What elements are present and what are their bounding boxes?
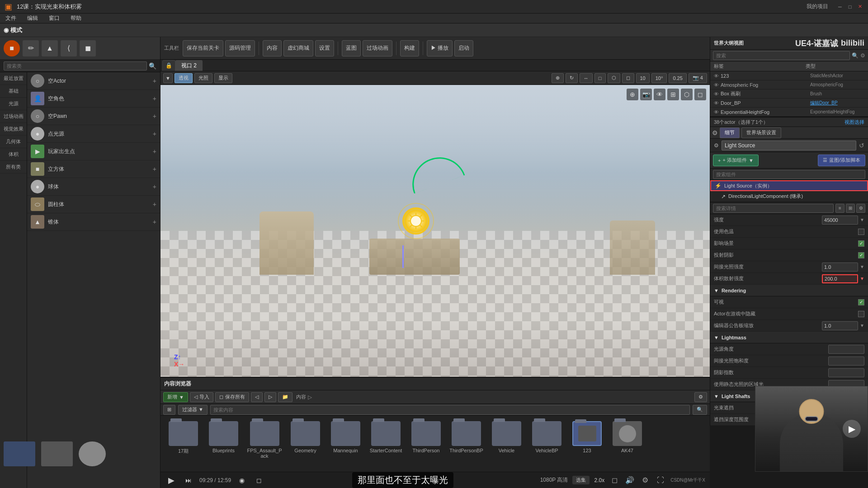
wo-item-box[interactable]: 👁 Box 画刷 Brush <box>710 89 868 99</box>
actor-reset-icon[interactable]: ↺ <box>859 142 864 149</box>
wo-item-123[interactable]: 👁 123 StaticMeshActor <box>710 71 868 80</box>
prop-editor-billboard-input[interactable] <box>822 321 858 330</box>
play-pause-button[interactable]: ▶ <box>165 474 178 487</box>
light2-icon[interactable]: ◻ <box>694 89 706 100</box>
scale-snap[interactable]: 0.25 <box>669 73 686 83</box>
cat-cinematic[interactable]: 过场动画 <box>0 110 27 123</box>
cb-location-icon[interactable]: 📁 <box>278 392 292 402</box>
translate-icon[interactable]: ⊕ <box>627 89 638 100</box>
folder-vehicle[interactable]: Vehicle <box>487 419 526 468</box>
play-button[interactable]: ▶ 播放 <box>427 40 453 56</box>
cinematics-button[interactable]: 过场动画 <box>363 40 392 56</box>
folder-ak47[interactable]: AK47 <box>608 419 646 468</box>
viewport-tab-2[interactable]: 视口 2 <box>175 60 203 71</box>
left-item-cone[interactable]: ▲ 锥体 + <box>27 213 160 231</box>
prop-actor-hidden-checkbox[interactable] <box>858 311 864 317</box>
comp-search-input[interactable] <box>713 170 865 179</box>
toolbar-icon-mesh[interactable]: ◼ <box>80 40 96 56</box>
folder-thirdperson[interactable]: ThirdPerson <box>407 419 445 468</box>
toolbar-icon-paint[interactable]: ✏ <box>23 40 39 56</box>
cat-geometry[interactable]: 几何体 <box>0 136 27 148</box>
settings-icon[interactable]: ⚙ <box>640 475 651 486</box>
prop-cast-shadow-checkbox[interactable]: ✓ <box>858 252 864 258</box>
folder-starter[interactable]: StarterContent <box>367 419 405 468</box>
add-component-button[interactable]: + + 添加组件 ▼ <box>713 155 759 166</box>
cb-save-button[interactable]: ◻ 保存所有 <box>215 392 249 402</box>
cb-settings-icon[interactable]: ⚙ <box>694 392 707 402</box>
actor-name-input[interactable] <box>722 141 856 150</box>
view-selection-link[interactable]: 视图选择 <box>844 119 864 126</box>
close-button[interactable]: ✕ <box>856 3 863 10</box>
lightmass-section-header[interactable]: ▼ Lightmass <box>710 332 868 343</box>
sphere-add[interactable]: + <box>153 183 156 190</box>
cb-filter-button[interactable]: 过滤器 ▼ <box>178 405 208 415</box>
content-button[interactable]: 内容 <box>263 40 282 56</box>
tab-world-settings[interactable]: 世界场景设置 <box>741 127 781 138</box>
left-item-sphere[interactable]: ● 球体 + <box>27 178 160 196</box>
cat-basic[interactable]: 基础 <box>0 85 27 98</box>
viewport-3d[interactable]: ⊕ 📷 👁 ⊞ ⬡ ◻ Z↑ X→ <box>160 85 710 377</box>
wo-item-doorbp[interactable]: 👁 Door_BP 编辑Door_BP <box>710 99 868 108</box>
settings-button[interactable]: 设置 <box>315 40 334 56</box>
folder-mannequin[interactable]: Mannequin <box>326 419 365 468</box>
point-light-add[interactable]: + <box>153 130 156 137</box>
source-control-button[interactable]: 源码管理 <box>225 40 255 56</box>
view-icon[interactable]: □ <box>594 73 606 83</box>
left-item-cube[interactable]: ■ 立方体 + <box>27 160 160 178</box>
prop-billboard-arrow[interactable]: ▼ <box>860 323 864 328</box>
grid-size[interactable]: 10 <box>636 73 650 83</box>
rect-icon[interactable]: ◻ <box>253 474 265 487</box>
menu-window[interactable]: 窗口 <box>47 14 61 23</box>
char-add[interactable]: + <box>153 95 156 102</box>
camera-icon[interactable]: 📷 <box>640 89 652 100</box>
left-item-pawn[interactable]: ○ 空Pawn + <box>27 108 160 125</box>
eye-icon[interactable]: 👁 <box>654 89 665 100</box>
launch-button[interactable]: 启动 <box>454 40 473 56</box>
menu-file[interactable]: 文件 <box>4 14 18 23</box>
search-input[interactable] <box>4 61 147 70</box>
grid-icon[interactable]: ⬡ <box>608 73 620 83</box>
prop-search-input[interactable] <box>713 204 834 213</box>
pawn-add[interactable]: + <box>153 113 156 120</box>
prop-intensity-arrow[interactable]: ▼ <box>860 217 864 222</box>
blueprint-button[interactable]: 蓝图 <box>342 40 361 56</box>
perspective-button[interactable]: 透视 <box>175 73 193 83</box>
toolbar-icon-foliage[interactable]: ⟨ <box>61 40 77 56</box>
wo-settings-icon[interactable]: ⚙ <box>860 52 865 59</box>
cb-import-button[interactable]: ◁ 导入 <box>190 392 213 402</box>
rendering-section-header[interactable]: ▼ Rendering <box>710 285 868 296</box>
prop-light-angle-input[interactable] <box>828 345 864 354</box>
prop-vol-scatter-arrow[interactable]: ▼ <box>860 276 864 281</box>
folder-123[interactable]: 123 <box>568 419 606 468</box>
maximize-button[interactable]: □ <box>846 3 854 10</box>
angle-size[interactable]: 10° <box>651 73 667 83</box>
snap2-icon[interactable]: ⬡ <box>681 89 693 100</box>
grid2-icon[interactable]: ⊞ <box>667 89 679 100</box>
cb-new-button[interactable]: 新增 ▼ <box>163 392 188 402</box>
folder-geometry[interactable]: Geometry <box>286 419 325 468</box>
blueprint-script-button[interactable]: ☰ 蓝图/添加脚本 <box>818 155 865 166</box>
cb-search-icon[interactable]: 🔍 <box>693 405 707 415</box>
cylinder-add[interactable]: + <box>153 201 156 208</box>
wo-search-input[interactable] <box>713 51 850 60</box>
menu-help[interactable]: 帮助 <box>69 14 83 23</box>
save-map-button[interactable]: 保存当前关卡 <box>183 40 223 56</box>
cb-nav-back[interactable]: ◁ <box>251 392 263 402</box>
prop-settings-icon[interactable]: ⚙ <box>856 204 865 213</box>
circle-icon[interactable]: ◉ <box>236 474 248 487</box>
wo-item-atmfog[interactable]: 👁 Atmospheric Fog AtmosphericFog <box>710 80 868 89</box>
lighting-button[interactable]: 光照 <box>194 73 212 83</box>
cat-visual[interactable]: 视觉效果 <box>0 123 27 136</box>
cb-search-input[interactable] <box>210 405 690 415</box>
prop-affect-world-checkbox[interactable]: ✓ <box>858 240 864 247</box>
build-button[interactable]: 构建 <box>400 40 419 56</box>
fullscreen-icon[interactable]: ◻ <box>609 475 620 486</box>
scale-icon[interactable]: ↔ <box>580 73 593 83</box>
rotate-icon[interactable]: ↻ <box>566 73 578 83</box>
marketplace-button[interactable]: 虚幻商城 <box>283 40 313 56</box>
folder-thirdpersonbp[interactable]: ThirdPersonBP <box>447 419 486 468</box>
cb-grid-icon[interactable]: ⊞ <box>163 405 175 415</box>
prop-list-icon[interactable]: ≡ <box>835 204 844 213</box>
tab-detail[interactable]: 细节 <box>720 127 740 138</box>
prop-intensity-input[interactable] <box>822 216 858 225</box>
